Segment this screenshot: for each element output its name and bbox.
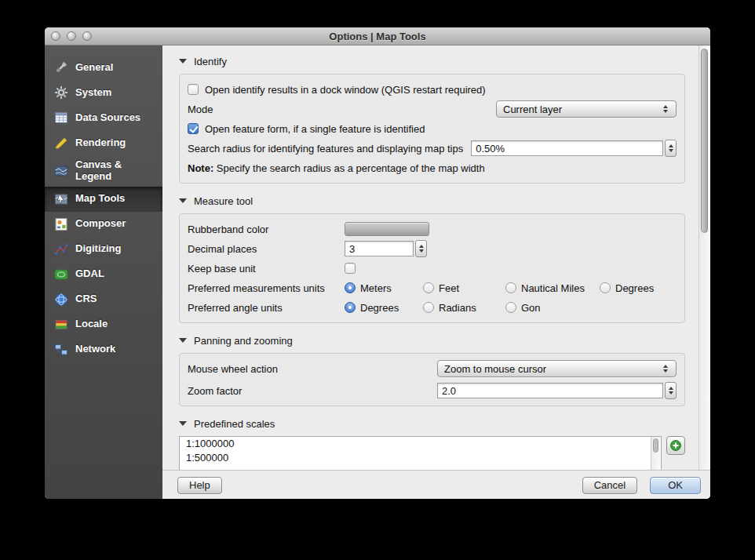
radio-units-meters[interactable]: Meters bbox=[345, 282, 423, 294]
search-radius-input[interactable] bbox=[471, 140, 663, 156]
table-icon bbox=[53, 109, 70, 126]
sidebar-item-label: Digitizing bbox=[75, 243, 122, 255]
add-scale-button[interactable] bbox=[666, 436, 685, 455]
section-title: Predefined scales bbox=[194, 418, 275, 430]
identify-mode-select[interactable]: Current layer bbox=[496, 100, 677, 118]
gdal-icon bbox=[53, 266, 70, 283]
window-titlebar[interactable]: Options | Map Tools bbox=[45, 27, 710, 45]
predefined-scales-list[interactable]: 1:1000000 1:500000 bbox=[179, 436, 662, 470]
sidebar-item-label: System bbox=[75, 87, 111, 99]
sidebar-item-label: GDAL bbox=[75, 268, 104, 280]
section-title: Identify bbox=[194, 56, 227, 67]
sidebar-item-map-tools[interactable]: Map Tools bbox=[45, 187, 162, 212]
sidebar-item-label: Composer bbox=[75, 218, 126, 230]
sidebar-item-canvas-legend[interactable]: Canvas & Legend bbox=[45, 155, 162, 187]
help-button[interactable]: Help bbox=[177, 477, 222, 494]
options-window: Options | Map Tools General System Data … bbox=[45, 27, 710, 499]
mouse-wheel-value: Zoom to mouse cursor bbox=[444, 363, 546, 375]
sidebar-item-general[interactable]: General bbox=[45, 55, 162, 80]
sidebar-item-label: CRS bbox=[75, 293, 97, 305]
mouse-wheel-select[interactable]: Zoom to mouse cursor bbox=[437, 360, 677, 377]
panning-group: Mouse wheel action Zoom to mouse cursor … bbox=[179, 353, 685, 406]
measure-group: Rubberband color Decimal places Keep bas… bbox=[179, 213, 685, 323]
sidebar-item-label: General bbox=[75, 62, 113, 74]
angle-units-label: Preferred angle units bbox=[188, 302, 345, 314]
radio-units-degrees[interactable]: Degrees bbox=[600, 282, 654, 294]
cancel-button[interactable]: Cancel bbox=[582, 477, 637, 494]
collapse-triangle-icon bbox=[179, 421, 187, 426]
section-scales-header[interactable]: Predefined scales bbox=[179, 417, 685, 430]
scale-list-item[interactable]: 1:1000000 bbox=[180, 437, 661, 451]
feature-form-checkbox[interactable] bbox=[188, 123, 199, 134]
sidebar-item-label: Network bbox=[75, 344, 115, 355]
traffic-lights bbox=[51, 27, 92, 45]
paintbrush-icon bbox=[53, 134, 70, 151]
identify-mode-value: Current layer bbox=[503, 104, 562, 115]
sidebar-item-crs[interactable]: CRS bbox=[45, 287, 162, 312]
sidebar-item-locale[interactable]: Locale bbox=[45, 312, 162, 337]
radio-label: Feet bbox=[439, 282, 459, 294]
radio-icon bbox=[505, 302, 516, 313]
network-icon bbox=[53, 341, 70, 358]
settings-scroll-area: Identify Open identify results in a dock… bbox=[162, 45, 710, 470]
zoom-window-button[interactable] bbox=[82, 31, 92, 41]
window-title: Options | Map Tools bbox=[329, 31, 425, 42]
desktop-background: Options | Map Tools General System Data … bbox=[0, 0, 755, 560]
wrench-icon bbox=[53, 59, 70, 76]
keep-base-unit-checkbox[interactable] bbox=[345, 263, 356, 274]
ok-button[interactable]: OK bbox=[650, 477, 701, 494]
radio-icon bbox=[423, 302, 434, 313]
radio-label: Gon bbox=[521, 302, 541, 314]
section-identify-header[interactable]: Identify bbox=[179, 55, 685, 67]
zoom-factor-input[interactable] bbox=[437, 383, 663, 398]
identify-group: Open identify results in a dock window (… bbox=[179, 74, 685, 184]
decimal-places-stepper[interactable] bbox=[415, 240, 427, 257]
radio-units-nautical-miles[interactable]: Nautical Miles bbox=[505, 282, 600, 294]
scale-list-item[interactable]: 1:500000 bbox=[180, 451, 661, 465]
sidebar-item-label: Canvas & Legend bbox=[75, 159, 152, 183]
radio-label: Nautical Miles bbox=[521, 282, 585, 294]
sidebar-item-system[interactable]: System bbox=[45, 80, 162, 105]
sidebar-item-digitizing[interactable]: Digitizing bbox=[45, 237, 162, 262]
radio-angle-gon[interactable]: Gon bbox=[505, 302, 541, 314]
sidebar-item-network[interactable]: Network bbox=[45, 337, 162, 362]
rubberband-color-button[interactable] bbox=[345, 222, 429, 236]
list-scrollbar-thumb[interactable] bbox=[653, 438, 658, 453]
digitize-icon bbox=[53, 241, 70, 258]
radio-icon bbox=[600, 282, 611, 293]
sidebar-item-rendering[interactable]: Rendering bbox=[45, 130, 162, 155]
sidebar-item-gdal[interactable]: GDAL bbox=[45, 262, 162, 287]
close-window-button[interactable] bbox=[51, 31, 60, 41]
sidebar: General System Data Sources Rendering Ca… bbox=[45, 45, 162, 499]
dialog-footer: Help Cancel OK bbox=[162, 470, 710, 499]
sidebar-item-composer[interactable]: Composer bbox=[45, 212, 162, 237]
popup-arrows-icon bbox=[659, 105, 676, 113]
section-title: Panning and zooming bbox=[194, 335, 293, 347]
list-scrollbar[interactable] bbox=[651, 437, 661, 470]
search-radius-stepper[interactable] bbox=[665, 140, 677, 157]
globe-icon bbox=[53, 291, 70, 308]
section-measure-header[interactable]: Measure tool bbox=[179, 195, 685, 207]
map-icon bbox=[53, 162, 70, 180]
sidebar-item-data-sources[interactable]: Data Sources bbox=[45, 105, 162, 130]
plus-icon bbox=[669, 439, 682, 452]
zoom-factor-stepper[interactable] bbox=[665, 382, 677, 399]
dock-window-label: Open identify results in a dock window (… bbox=[205, 84, 486, 96]
search-radius-label: Search radius for identifying features a… bbox=[188, 143, 463, 155]
dock-window-checkbox[interactable] bbox=[188, 84, 199, 95]
decimal-places-input[interactable] bbox=[345, 241, 414, 256]
vertical-scrollbar[interactable] bbox=[698, 45, 710, 470]
section-panning-header[interactable]: Panning and zooming bbox=[179, 334, 685, 347]
section-title: Measure tool bbox=[194, 195, 253, 207]
sidebar-item-label: Data Sources bbox=[75, 112, 140, 124]
minimize-window-button[interactable] bbox=[67, 31, 76, 41]
radio-angle-degrees[interactable]: Degrees bbox=[345, 302, 423, 314]
decimal-places-label: Decimal places bbox=[188, 243, 345, 255]
measurement-units-label: Preferred measurements units bbox=[188, 282, 345, 294]
vertical-scrollbar-thumb[interactable] bbox=[701, 49, 708, 233]
sidebar-item-label: Locale bbox=[75, 318, 108, 330]
radio-units-feet[interactable]: Feet bbox=[423, 282, 505, 294]
radio-angle-radians[interactable]: Radians bbox=[423, 302, 505, 314]
radio-label: Radians bbox=[439, 302, 476, 314]
collapse-triangle-icon bbox=[179, 198, 187, 203]
